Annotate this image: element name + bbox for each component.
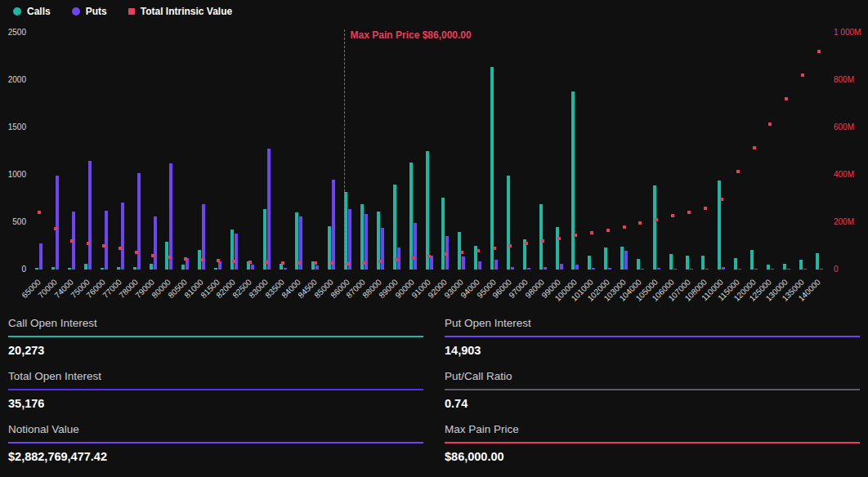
intrinsic-value-point xyxy=(736,170,740,173)
intrinsic-value-point xyxy=(655,218,658,221)
stat-label: Max Pain Price xyxy=(445,423,860,442)
stat-value: 35,176 xyxy=(8,390,423,410)
intrinsic-value-point xyxy=(151,254,154,257)
calls-bar xyxy=(539,204,543,270)
puts-bar xyxy=(462,256,465,270)
intrinsic-value-point xyxy=(557,237,561,240)
stat-label: Put/Call Ratio xyxy=(445,370,860,389)
calls-swatch-icon xyxy=(13,7,21,16)
intrinsic-value-point xyxy=(102,244,105,247)
legend-item-puts[interactable]: Puts xyxy=(72,6,107,17)
intrinsic-value-point xyxy=(574,234,577,237)
max-pain-annotation: Max Pain Price $86,000.00 xyxy=(351,29,472,41)
intrinsic-value-point xyxy=(184,257,187,261)
puts-bar xyxy=(705,269,709,270)
intrinsic-value-point xyxy=(785,97,788,100)
stat-label: Notional Value xyxy=(8,423,423,442)
calls-bar xyxy=(669,254,673,270)
stat-put-open-interest: Put Open Interest 14,903 xyxy=(445,317,860,357)
legend-label-puts: Puts xyxy=(86,6,107,17)
puts-bar xyxy=(137,173,141,270)
legend-label-calls: Calls xyxy=(27,6,51,17)
puts-bar xyxy=(56,176,59,270)
puts-bar xyxy=(218,261,221,270)
calls-bar xyxy=(734,258,737,270)
puts-bar xyxy=(235,234,238,270)
calls-bar xyxy=(441,198,445,270)
intrinsic-value-point xyxy=(265,261,268,264)
intrinsic-value-point xyxy=(38,211,41,214)
calls-bar xyxy=(637,259,640,270)
puts-bar xyxy=(641,269,644,270)
intrinsic-value-point xyxy=(687,211,691,214)
calls-bar xyxy=(35,268,38,270)
intrinsic-value-point xyxy=(508,244,512,247)
calls-bar xyxy=(409,163,413,270)
intrinsic-value-point xyxy=(200,258,204,261)
puts-bar xyxy=(527,268,530,270)
calls-bar xyxy=(117,267,120,270)
puts-bar xyxy=(738,269,741,270)
y-axis-left-tick: 500 xyxy=(0,217,26,227)
intrinsic-value-point xyxy=(168,256,171,259)
puts-bar xyxy=(575,265,579,270)
calls-bar xyxy=(604,247,607,270)
puts-bar xyxy=(754,269,758,270)
calls-bar xyxy=(426,151,429,270)
puts-bar xyxy=(315,265,319,270)
calls-bar xyxy=(571,91,575,270)
calls-bar xyxy=(799,260,803,270)
puts-bar xyxy=(690,269,693,270)
y-axis-left-tick: 2000 xyxy=(0,75,26,85)
puts-bar xyxy=(722,267,725,270)
legend-item-total-intrinsic-value[interactable]: Total Intrinsic Value xyxy=(128,6,232,17)
puts-bar xyxy=(332,180,335,270)
intrinsic-value-point xyxy=(623,225,626,229)
y-axis-right-tick: 400M xyxy=(834,170,854,180)
intrinsic-value-point xyxy=(330,261,333,265)
stat-total-open-interest: Total Open Interest 35,176 xyxy=(8,370,423,410)
calls-bar xyxy=(150,264,153,270)
stat-label: Put Open Interest xyxy=(445,317,860,336)
intrinsic-value-point xyxy=(477,249,480,252)
stats-panel: Call Open Interest 20,273 Put Open Inter… xyxy=(8,317,860,463)
calls-bar xyxy=(556,227,559,270)
calls-bar xyxy=(84,264,87,270)
intrinsic-value-point xyxy=(753,146,756,149)
calls-bar xyxy=(718,181,721,270)
calls-bar xyxy=(230,230,234,270)
intrinsic-value-point xyxy=(362,261,365,265)
legend-label-total-intrinsic-value: Total Intrinsic Value xyxy=(141,6,232,17)
puts-bar xyxy=(105,211,108,270)
puts-bar xyxy=(348,209,351,270)
calls-bar xyxy=(68,268,71,270)
intrinsic-value-point xyxy=(720,198,723,201)
y-axis-left-tick: 1500 xyxy=(0,123,26,132)
intrinsic-value-point xyxy=(704,207,707,210)
calls-bar xyxy=(507,176,510,270)
y-axis-left-tick: 0 xyxy=(0,265,26,274)
calls-bar xyxy=(750,250,754,270)
stat-put-call-ratio: Put/Call Ratio 0.74 xyxy=(445,370,860,410)
puts-bar xyxy=(592,268,595,270)
y-axis-right-tick: 800M xyxy=(834,75,854,85)
y-axis-right-tick: 1 000M xyxy=(834,28,861,38)
puts-bar xyxy=(88,161,92,270)
legend-item-calls[interactable]: Calls xyxy=(13,6,51,17)
calls-bar xyxy=(360,204,364,270)
intrinsic-value-point xyxy=(606,229,610,232)
puts-bar xyxy=(657,268,660,270)
intrinsic-value-point xyxy=(817,50,821,53)
calls-bar xyxy=(653,185,656,270)
intrinsic-value-point xyxy=(493,247,496,250)
calls-bar xyxy=(133,267,136,270)
calls-bar xyxy=(280,264,283,270)
intrinsic-value-point xyxy=(281,261,284,265)
puts-bar xyxy=(803,269,807,270)
options-open-interest-chart: 050010001500200025000200M400M600M800M1 0… xyxy=(0,0,868,314)
chart-legend: Calls Puts Total Intrinsic Value xyxy=(13,6,232,17)
intrinsic-value-point xyxy=(217,259,220,262)
stat-value: 0.74 xyxy=(445,390,860,410)
puts-bar xyxy=(494,260,498,270)
intrinsic-value-point xyxy=(801,74,804,77)
